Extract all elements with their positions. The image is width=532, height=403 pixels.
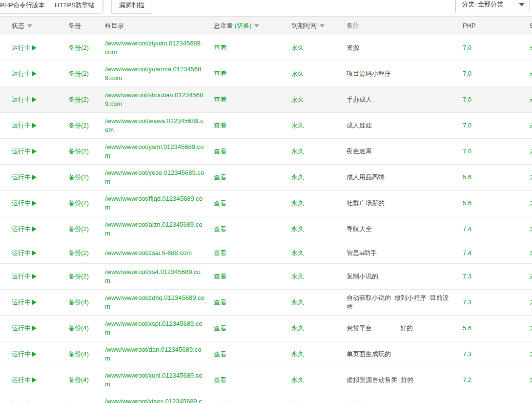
traffic-view-link[interactable]: 查看 (214, 298, 226, 306)
ssl-cell[interactable]: 未部署 (525, 191, 532, 216)
root-path-link[interactable]: /www/wwwroot/ziyuan.012345689.com (105, 39, 205, 57)
backup-link[interactable]: 备份(4) (68, 376, 89, 383)
ssl-cell[interactable]: 未部署 (525, 316, 532, 341)
backup-link[interactable]: 备份(2) (68, 173, 89, 181)
ssl-cell[interactable]: 未部署 (525, 139, 532, 165)
expire-link[interactable]: 永久 (291, 96, 304, 103)
status-link[interactable]: 运行中 (12, 148, 31, 155)
remark-cell[interactable]: 导航大全 (342, 216, 459, 242)
backup-link[interactable]: 备份(4) (68, 350, 89, 358)
backup-link[interactable]: 备份(2) (68, 44, 89, 51)
backup-link[interactable]: 备份(4) (68, 324, 89, 332)
ssl-cell[interactable]: 未部署 (525, 367, 532, 393)
traffic-view-link[interactable]: 查看 (214, 324, 226, 332)
ssl-cell[interactable]: 未部署 (525, 242, 532, 264)
status-link[interactable]: 运行中 (12, 350, 31, 358)
traffic-switch-link[interactable]: (切换) (235, 22, 252, 29)
php-version-link[interactable]: 7.3 (463, 273, 471, 280)
expire-link[interactable]: 永久 (291, 70, 304, 77)
expire-link[interactable]: 永久 (291, 173, 304, 181)
root-path-link[interactable]: /www/wwwroot/wawa.012345689.com (105, 117, 205, 134)
status-link[interactable]: 运行中 (12, 324, 31, 332)
ssl-cell[interactable]: 未部署 (525, 290, 532, 316)
expire-link[interactable]: 永久 (291, 122, 304, 129)
traffic-view-link[interactable]: 查看 (214, 225, 226, 233)
expire-link[interactable]: 永久 (291, 225, 304, 233)
root-path-link[interactable]: /www/wwwroot/xs4.012345689.com (105, 268, 205, 285)
remark-cell[interactable]: 夜色迷离 (342, 139, 459, 165)
backup-link[interactable]: 备份(2) (68, 249, 89, 256)
backup-link[interactable]: 备份(2) (68, 225, 89, 233)
expire-link[interactable]: 永久 (291, 298, 304, 306)
status-link[interactable]: 运行中 (12, 122, 31, 129)
header-traffic[interactable]: 总流量 (切换) (210, 17, 286, 35)
ssl-cell[interactable]: 未部署 (525, 165, 532, 191)
status-link[interactable]: 运行中 (12, 249, 31, 256)
remark-cell[interactable]: 单页面生成玩的 (342, 341, 459, 367)
backup-link[interactable]: 备份(2) (68, 273, 89, 280)
root-path-link[interactable]: /www/wwwroot/yuanma.012345689.com (105, 65, 205, 83)
remark-cell[interactable]: 成人娃娃 (342, 113, 459, 139)
ssl-cell[interactable]: 未部署 (525, 341, 532, 367)
ssl-cell[interactable]: 未部署 (525, 35, 532, 61)
php-version-link[interactable]: 5.6 (463, 324, 471, 332)
root-path-link[interactable]: /www/wwwroot/xiaos.012345689.com (105, 397, 205, 403)
traffic-view-link[interactable]: 查看 (214, 376, 226, 383)
root-path-link[interactable]: /www/wwwroot/aizn.012345689.com (105, 220, 205, 238)
root-path-link[interactable]: /www/wwwroot/zdhq.012345689.com (105, 294, 205, 311)
ssl-cell[interactable]: 未部署 (525, 264, 532, 290)
status-link[interactable]: 运行中 (12, 199, 31, 207)
php-version-link[interactable]: 7.3 (463, 350, 471, 358)
php-cli-version-button[interactable]: PHP命令行版本 (0, 0, 53, 14)
backup-link[interactable]: 备份(2) (68, 96, 89, 103)
expire-link[interactable]: 永久 (291, 148, 304, 155)
status-link[interactable]: 运行中 (12, 96, 31, 103)
https-anti-hijack-button[interactable]: HTTPS防窜站 (47, 0, 102, 14)
php-version-link[interactable]: 7.4 (463, 249, 471, 256)
vulnerability-scan-button[interactable]: 漏洞扫描 (111, 0, 152, 14)
backup-link[interactable]: 备份(2) (68, 148, 89, 155)
remark-cell[interactable]: 智思ai助手 (342, 242, 459, 264)
remark-cell[interactable]: 悬赏平台 好的 (342, 316, 459, 341)
header-expire[interactable]: 到期时间 (286, 17, 342, 35)
status-link[interactable]: 运行中 (12, 225, 31, 233)
expire-link[interactable]: 永久 (291, 249, 304, 256)
root-path-link[interactable]: /www/wwwroot/ysml.012345689.com (105, 143, 205, 160)
header-status[interactable]: 状态 (0, 17, 63, 35)
ssl-cell[interactable]: 未部署 (525, 216, 532, 242)
remark-cell[interactable]: 虚拟资源自动售卖 好的 (342, 367, 459, 393)
remark-cell[interactable]: 社群广场新的 (342, 191, 459, 216)
ssl-cell[interactable]: 未部署 (525, 393, 532, 403)
status-link[interactable]: 运行中 (12, 376, 31, 383)
php-version-link[interactable]: 7.2 (463, 376, 471, 383)
remark-cell[interactable]: 成人用品高端 (342, 165, 459, 191)
root-path-link[interactable]: /www/wwwroot/xuni.012345689.com (105, 371, 205, 389)
traffic-view-link[interactable]: 查看 (214, 350, 226, 358)
traffic-view-link[interactable]: 查看 (214, 96, 226, 103)
traffic-view-link[interactable]: 查看 (214, 249, 226, 256)
ssl-cell[interactable]: 未部署 (525, 113, 532, 139)
traffic-view-link[interactable]: 查看 (214, 273, 226, 280)
php-version-link[interactable]: 7.3 (463, 298, 471, 306)
expire-link[interactable]: 永久 (291, 350, 304, 358)
traffic-view-link[interactable]: 查看 (214, 44, 226, 51)
backup-link[interactable]: 备份(4) (68, 298, 89, 306)
ssl-cell[interactable]: 未部署 (525, 87, 532, 113)
traffic-view-link[interactable]: 查看 (214, 148, 226, 155)
php-version-link[interactable]: 7.0 (463, 96, 471, 103)
ssl-cell[interactable]: 未部署 (525, 61, 532, 87)
root-path-link[interactable]: /www/wwwroot/xspt.012345689.com (105, 319, 205, 337)
remark-cell[interactable]: 资源 (342, 35, 459, 61)
php-version-link[interactable]: 5.6 (463, 173, 471, 181)
status-link[interactable]: 运行中 (12, 273, 31, 280)
php-version-link[interactable]: 5.6 (463, 199, 471, 207)
root-path-link[interactable]: /www/wwwroot/ffjqd.012345689.com (105, 194, 205, 212)
category-select[interactable]: 分类: 全部分类 (455, 0, 530, 13)
traffic-view-link[interactable]: 查看 (214, 122, 226, 129)
status-link[interactable]: 运行中 (12, 44, 31, 51)
php-version-link[interactable]: 7.4 (463, 225, 471, 233)
backup-link[interactable]: 备份(2) (68, 122, 89, 129)
expire-link[interactable]: 永久 (291, 273, 304, 280)
status-link[interactable]: 运行中 (12, 173, 31, 181)
expire-link[interactable]: 永久 (291, 44, 304, 51)
